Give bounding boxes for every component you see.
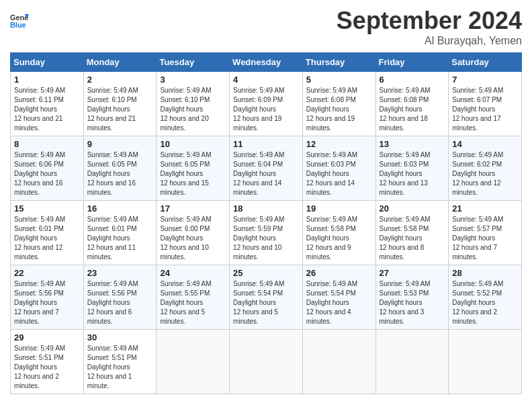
day-detail: Sunrise: 5:49 AMSunset: 5:51 PMDaylight … <box>87 344 153 391</box>
day-number: 23 <box>87 268 153 278</box>
day-number: 22 <box>14 268 80 278</box>
calendar-table: SundayMondayTuesdayWednesdayThursdayFrid… <box>10 52 522 394</box>
calendar-cell: 1Sunrise: 5:49 AMSunset: 6:11 PMDaylight… <box>11 72 84 136</box>
calendar-week-row: 29Sunrise: 5:49 AMSunset: 5:51 PMDayligh… <box>11 330 522 394</box>
day-detail: Sunrise: 5:49 AMSunset: 5:56 PMDaylight … <box>87 279 153 326</box>
day-detail: Sunrise: 5:49 AMSunset: 6:00 PMDaylight … <box>160 215 226 262</box>
day-number: 11 <box>233 139 299 149</box>
weekday-header-saturday: Saturday <box>449 53 522 72</box>
day-number: 28 <box>452 268 518 278</box>
day-number: 15 <box>14 203 80 214</box>
calendar-cell: 12Sunrise: 5:49 AMSunset: 6:03 PMDayligh… <box>302 136 375 201</box>
day-detail: Sunrise: 5:49 AMSunset: 6:10 PMDaylight … <box>160 86 226 133</box>
day-number: 5 <box>306 75 372 85</box>
calendar-cell: 14Sunrise: 5:49 AMSunset: 6:02 PMDayligh… <box>449 136 522 201</box>
weekday-header-sunday: Sunday <box>11 53 84 72</box>
day-number: 6 <box>380 75 445 85</box>
day-detail: Sunrise: 5:49 AMSunset: 6:02 PMDaylight … <box>452 150 518 197</box>
day-detail: Sunrise: 5:49 AMSunset: 5:58 PMDaylight … <box>306 215 372 262</box>
day-number: 24 <box>160 268 226 278</box>
calendar-cell: 29Sunrise: 5:49 AMSunset: 5:51 PMDayligh… <box>11 330 84 394</box>
weekday-header-friday: Friday <box>375 53 449 72</box>
day-number: 7 <box>452 75 518 85</box>
day-number: 1 <box>14 75 80 85</box>
title-area: September 2024 Al Burayqah, Yemen <box>337 7 522 47</box>
day-number: 17 <box>160 203 226 214</box>
day-detail: Sunrise: 5:49 AMSunset: 5:54 PMDaylight … <box>233 279 299 326</box>
calendar-cell <box>157 330 230 394</box>
day-number: 13 <box>380 139 445 149</box>
weekday-header-thursday: Thursday <box>302 53 375 72</box>
calendar-cell: 7Sunrise: 5:49 AMSunset: 6:07 PMDaylight… <box>449 72 522 136</box>
weekday-header-wednesday: Wednesday <box>230 53 303 72</box>
calendar-cell: 23Sunrise: 5:49 AMSunset: 5:56 PMDayligh… <box>83 265 157 330</box>
calendar-cell: 8Sunrise: 5:49 AMSunset: 6:06 PMDaylight… <box>11 136 84 201</box>
day-number: 29 <box>14 332 80 342</box>
calendar-week-row: 22Sunrise: 5:49 AMSunset: 5:56 PMDayligh… <box>11 265 522 330</box>
day-number: 8 <box>14 139 80 149</box>
day-number: 12 <box>306 139 372 149</box>
day-detail: Sunrise: 5:49 AMSunset: 6:03 PMDaylight … <box>306 150 372 197</box>
day-number: 14 <box>452 139 518 149</box>
month-title: September 2024 <box>337 7 522 35</box>
calendar-cell: 13Sunrise: 5:49 AMSunset: 6:03 PMDayligh… <box>375 136 449 201</box>
day-detail: Sunrise: 5:49 AMSunset: 5:59 PMDaylight … <box>233 215 299 262</box>
day-detail: Sunrise: 5:49 AMSunset: 6:06 PMDaylight … <box>14 150 80 197</box>
day-detail: Sunrise: 5:49 AMSunset: 5:53 PMDaylight … <box>380 279 445 326</box>
calendar-cell <box>449 330 522 394</box>
location-title: Al Burayqah, Yemen <box>337 35 522 47</box>
calendar-cell <box>230 330 303 394</box>
calendar-cell: 3Sunrise: 5:49 AMSunset: 6:10 PMDaylight… <box>157 72 230 136</box>
day-detail: Sunrise: 5:49 AMSunset: 6:10 PMDaylight … <box>87 86 153 133</box>
calendar-cell: 16Sunrise: 5:49 AMSunset: 6:01 PMDayligh… <box>83 201 157 265</box>
day-number: 19 <box>306 203 372 214</box>
day-number: 4 <box>233 75 299 85</box>
day-number: 2 <box>87 75 153 85</box>
calendar-cell: 21Sunrise: 5:49 AMSunset: 5:57 PMDayligh… <box>449 201 522 265</box>
day-detail: Sunrise: 5:49 AMSunset: 6:11 PMDaylight … <box>14 86 80 133</box>
day-number: 26 <box>306 268 372 278</box>
calendar-cell: 17Sunrise: 5:49 AMSunset: 6:00 PMDayligh… <box>157 201 230 265</box>
day-detail: Sunrise: 5:49 AMSunset: 5:54 PMDaylight … <box>306 279 372 326</box>
calendar-cell: 30Sunrise: 5:49 AMSunset: 5:51 PMDayligh… <box>83 330 157 394</box>
day-number: 20 <box>380 203 445 214</box>
day-detail: Sunrise: 5:49 AMSunset: 5:56 PMDaylight … <box>14 279 80 326</box>
calendar-cell: 18Sunrise: 5:49 AMSunset: 5:59 PMDayligh… <box>230 201 303 265</box>
day-detail: Sunrise: 5:49 AMSunset: 6:07 PMDaylight … <box>452 86 518 133</box>
calendar-cell: 19Sunrise: 5:49 AMSunset: 5:58 PMDayligh… <box>302 201 375 265</box>
weekday-header-tuesday: Tuesday <box>157 53 230 72</box>
logo: General Blue <box>10 12 29 31</box>
day-number: 27 <box>380 268 445 278</box>
weekday-header-row: SundayMondayTuesdayWednesdayThursdayFrid… <box>11 53 522 72</box>
calendar-cell: 27Sunrise: 5:49 AMSunset: 5:53 PMDayligh… <box>375 265 449 330</box>
day-number: 21 <box>452 203 518 214</box>
calendar-cell: 28Sunrise: 5:49 AMSunset: 5:52 PMDayligh… <box>449 265 522 330</box>
day-detail: Sunrise: 5:49 AMSunset: 5:55 PMDaylight … <box>160 279 226 326</box>
calendar-cell: 25Sunrise: 5:49 AMSunset: 5:54 PMDayligh… <box>230 265 303 330</box>
day-number: 30 <box>87 332 153 342</box>
day-number: 16 <box>87 203 153 214</box>
calendar-cell: 11Sunrise: 5:49 AMSunset: 6:04 PMDayligh… <box>230 136 303 201</box>
day-detail: Sunrise: 5:49 AMSunset: 5:52 PMDaylight … <box>452 279 518 326</box>
day-detail: Sunrise: 5:49 AMSunset: 6:04 PMDaylight … <box>233 150 299 197</box>
day-detail: Sunrise: 5:49 AMSunset: 6:03 PMDaylight … <box>380 150 445 197</box>
calendar-cell: 15Sunrise: 5:49 AMSunset: 6:01 PMDayligh… <box>11 201 84 265</box>
calendar-cell: 20Sunrise: 5:49 AMSunset: 5:58 PMDayligh… <box>375 201 449 265</box>
day-number: 25 <box>233 268 299 278</box>
weekday-header-monday: Monday <box>83 53 157 72</box>
day-number: 10 <box>160 139 226 149</box>
day-detail: Sunrise: 5:49 AMSunset: 6:01 PMDaylight … <box>87 215 153 262</box>
day-number: 18 <box>233 203 299 214</box>
calendar-cell: 24Sunrise: 5:49 AMSunset: 5:55 PMDayligh… <box>157 265 230 330</box>
calendar-cell <box>375 330 449 394</box>
calendar-week-row: 15Sunrise: 5:49 AMSunset: 6:01 PMDayligh… <box>11 201 522 265</box>
calendar-cell: 4Sunrise: 5:49 AMSunset: 6:09 PMDaylight… <box>230 72 303 136</box>
calendar-cell: 9Sunrise: 5:49 AMSunset: 6:05 PMDaylight… <box>83 136 157 201</box>
day-detail: Sunrise: 5:49 AMSunset: 5:58 PMDaylight … <box>380 215 445 262</box>
svg-text:Blue: Blue <box>10 21 26 29</box>
day-detail: Sunrise: 5:49 AMSunset: 6:09 PMDaylight … <box>233 86 299 133</box>
calendar-cell: 22Sunrise: 5:49 AMSunset: 5:56 PMDayligh… <box>11 265 84 330</box>
calendar-week-row: 1Sunrise: 5:49 AMSunset: 6:11 PMDaylight… <box>11 72 522 136</box>
day-detail: Sunrise: 5:49 AMSunset: 5:51 PMDaylight … <box>14 344 80 391</box>
calendar-cell: 26Sunrise: 5:49 AMSunset: 5:54 PMDayligh… <box>302 265 375 330</box>
